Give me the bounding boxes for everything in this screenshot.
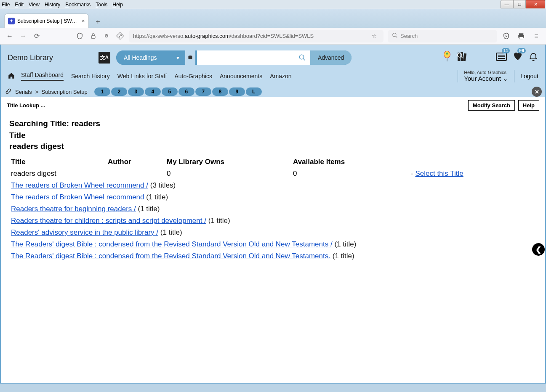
list-badge: 11 [502, 48, 510, 53]
menu-bookmarks[interactable]: Bookmarks [65, 2, 91, 8]
step-tab[interactable]: L [246, 87, 262, 96]
heart-badge: F9 [517, 48, 526, 53]
menu-history[interactable]: History [45, 2, 60, 8]
app-header: Demo Library 文A All Headings Advanced [1, 45, 545, 67]
favicon-icon: ✦ [8, 18, 15, 24]
new-tab-button[interactable]: + [92, 16, 104, 28]
star-icon[interactable]: ☆ [372, 33, 377, 39]
results-table: Title Author My Library Owns Available I… [7, 156, 539, 262]
breadcrumb-subscription[interactable]: Subscription Setup [42, 89, 88, 95]
step-tab[interactable]: 8 [212, 87, 228, 96]
menu-file[interactable]: File [2, 2, 10, 8]
select-title-link[interactable]: Select this Title [415, 170, 463, 177]
hello-text: Hello, Auto-Graphics [464, 70, 508, 75]
heart-icon[interactable]: F9 [512, 51, 523, 64]
browser-menubar: File Edit View History Bookmarks Tools H… [0, 0, 546, 9]
list-icon[interactable]: 11 [495, 51, 507, 64]
search-icon [392, 32, 398, 40]
forward-button[interactable]: → [19, 32, 28, 41]
cell-owns: 0 [162, 168, 289, 180]
window-close-button[interactable]: ✕ [526, 0, 545, 8]
close-panel-button[interactable]: ✕ [532, 87, 542, 97]
minimize-button[interactable]: — [501, 0, 513, 8]
account-menu[interactable]: Hello, Auto-Graphics Your Account ⌄ [458, 70, 514, 82]
table-row: Readers' advisory service in the public … [7, 227, 539, 238]
books-icon[interactable] [457, 51, 469, 64]
nav-announcements[interactable]: Announcements [220, 73, 262, 79]
balloon-icon[interactable] [442, 50, 452, 65]
nav-search-history[interactable]: Search History [71, 73, 110, 79]
step-tabs: 1 2 3 4 5 6 7 8 9 L [94, 87, 263, 96]
title-link[interactable]: Readers theatre for children : scripts a… [11, 217, 206, 225]
reload-button[interactable]: ⟳ [32, 32, 41, 41]
pocket-icon[interactable] [501, 32, 511, 41]
table-row: Readers theatre for beginning readers / … [7, 203, 539, 215]
database-icon[interactable] [185, 50, 195, 65]
catalog-search-input[interactable] [197, 50, 294, 65]
translate-icon[interactable]: 文A [99, 52, 110, 64]
step-tab[interactable]: 6 [178, 87, 194, 96]
breadcrumb-serials[interactable]: Serials [15, 89, 32, 95]
step-tab[interactable]: 4 [145, 87, 161, 96]
back-button[interactable]: ← [5, 32, 14, 41]
menu-icon[interactable]: ≡ [532, 32, 541, 41]
breadcrumb-row: Serials > Subscription Setup 1 2 3 4 5 6… [1, 87, 545, 97]
chevron-down-icon: ⌄ [501, 75, 508, 82]
svg-point-1 [393, 33, 396, 37]
svg-point-7 [300, 55, 304, 59]
nav-web-links[interactable]: Web Links for Staff [117, 73, 167, 79]
col-available: Available Items [289, 156, 407, 168]
cell-avail: 0 [289, 168, 407, 180]
lock-icon[interactable] [88, 32, 98, 41]
browser-tab[interactable]: ✦ Subscription Setup | SWLS | swls × [4, 13, 89, 28]
shield-icon[interactable] [75, 32, 84, 41]
step-tab[interactable]: 1 [94, 87, 110, 96]
svg-rect-3 [519, 33, 524, 35]
menu-edit[interactable]: Edit [15, 2, 24, 8]
permissions-icon[interactable]: ⚙ [102, 32, 111, 41]
menu-tools[interactable]: Tools [96, 2, 107, 8]
step-tab[interactable]: 3 [128, 87, 144, 96]
title-link[interactable]: Readers' advisory service in the public … [11, 228, 158, 236]
chain-icon [5, 88, 12, 96]
collapse-arrow-button[interactable]: ❮ [532, 243, 545, 256]
svg-rect-5 [519, 37, 523, 39]
url-field[interactable]: https://qa-swls-verso.auto-graphics.com/… [129, 30, 384, 42]
table-row: The Readers' digest Bible : condensed fr… [7, 250, 539, 262]
tab-close-icon[interactable]: × [82, 18, 85, 24]
nav-auto-graphics[interactable]: Auto-Graphics [175, 73, 212, 79]
step-tab[interactable]: 2 [111, 87, 127, 96]
title-link[interactable]: The readers of Broken Wheel recommend / [11, 181, 148, 189]
title-link[interactable]: Readers theatre for beginning readers / [11, 205, 136, 213]
menu-view[interactable]: View [29, 2, 40, 8]
catalog-search-button[interactable] [294, 50, 311, 65]
col-title: Title [7, 156, 104, 168]
browser-search-box[interactable]: Search [388, 30, 497, 42]
step-tab[interactable]: 5 [162, 87, 178, 96]
title-link[interactable]: The Readers' digest Bible : condensed fr… [11, 252, 330, 260]
page-content: Title Lookup ... Modify Search Help Sear… [1, 97, 545, 383]
title-lookup-label: Title Lookup ... [7, 102, 45, 109]
maximize-button[interactable]: □ [513, 0, 526, 8]
searching-title: Searching Title: readers [7, 119, 539, 128]
step-tab[interactable]: 9 [229, 87, 245, 96]
advanced-search-button[interactable]: Advanced [310, 50, 352, 65]
browser-tabbar: ✦ Subscription Setup | SWLS | swls × + [0, 9, 546, 28]
main-nav: Staff Dashboard Search History Web Links… [1, 67, 545, 87]
help-button[interactable]: Help [518, 100, 539, 111]
print-icon[interactable] [517, 32, 526, 41]
home-icon[interactable] [8, 72, 15, 81]
headings-dropdown[interactable]: All Headings [116, 50, 184, 65]
key-icon[interactable]: ⚿ [113, 29, 126, 42]
title-link[interactable]: The Readers' digest Bible : condensed fr… [11, 240, 333, 248]
search-placeholder: Search [400, 33, 418, 39]
bell-icon[interactable] [528, 51, 538, 64]
menu-help[interactable]: Help [112, 2, 123, 8]
nav-staff-dashboard[interactable]: Staff Dashboard [21, 72, 64, 81]
modify-search-button[interactable]: Modify Search [468, 100, 515, 111]
nav-amazon[interactable]: Amazon [270, 73, 291, 79]
title-link[interactable]: The readers of Broken Wheel recommend [11, 193, 144, 201]
step-tab[interactable]: 7 [195, 87, 211, 96]
logout-link[interactable]: Logout [520, 73, 538, 79]
cell-title: readers digest [7, 168, 104, 180]
